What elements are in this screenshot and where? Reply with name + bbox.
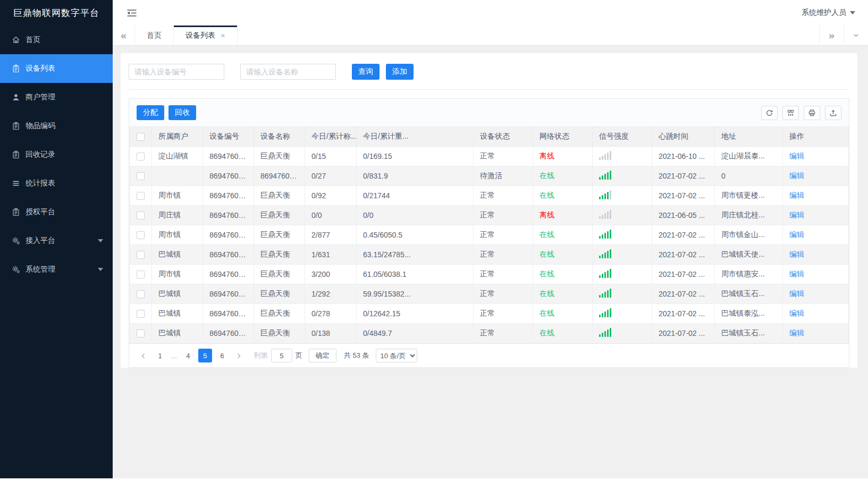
edit-link[interactable]: 编辑 [789, 250, 804, 258]
page-numbers: 1...456 [153, 349, 229, 362]
device-no-input[interactable] [129, 64, 224, 80]
cell-device-name: 巨鼎天衡 [254, 304, 305, 324]
row-checkbox[interactable] [137, 172, 145, 180]
page-number-6[interactable]: 6 [215, 349, 229, 362]
chevron-down-icon [850, 11, 855, 14]
row-checkbox[interactable] [137, 153, 145, 161]
add-button[interactable]: 添加 [386, 64, 414, 80]
page-number-5[interactable]: 5 [198, 349, 212, 362]
cell-heartbeat: 2021-07-02 ... [652, 304, 715, 324]
cell-merchant [152, 166, 203, 186]
cell-today-count: 0/27 [305, 166, 357, 186]
tab-options-chevron-icon[interactable] [844, 26, 868, 45]
assign-button[interactable]: 分配 [137, 105, 164, 120]
row-checkbox[interactable] [137, 192, 145, 200]
cell-merchant: 巴城镇 [152, 324, 203, 343]
cell-today-count: 2/877 [305, 225, 357, 245]
edit-link[interactable]: 编辑 [789, 328, 804, 337]
cell-merchant: 周庄镇 [152, 206, 203, 225]
select-all-checkbox[interactable] [137, 133, 145, 141]
sidebar-item-6[interactable]: 统计报表 [0, 169, 113, 198]
signal-bars-icon [599, 190, 611, 199]
page-unit-label: 页 [296, 351, 302, 360]
home-icon [12, 36, 20, 44]
column-header: 设备编号 [203, 127, 254, 147]
signal-bars-icon [599, 269, 611, 278]
prev-page-icon[interactable] [137, 352, 150, 359]
cell-device-no: 8694760552... [203, 225, 254, 245]
cell-heartbeat: 2021-07-02 ... [652, 225, 715, 245]
row-checkbox[interactable] [137, 212, 145, 220]
columns-button[interactable] [782, 106, 799, 120]
next-page-icon[interactable] [232, 352, 246, 359]
cell-heartbeat: 2021-06-10 ... [652, 147, 715, 166]
row-checkbox[interactable] [137, 290, 145, 298]
refresh-button[interactable] [761, 106, 778, 120]
edit-link[interactable]: 编辑 [789, 210, 804, 219]
close-icon[interactable]: × [221, 31, 225, 39]
cell-signal [593, 265, 652, 284]
recycle-button[interactable]: 回收 [168, 105, 196, 120]
cell-merchant: 周市镇 [152, 265, 203, 284]
cell-today-weight: 0/21744 [357, 186, 474, 206]
collapse-sidebar-icon[interactable] [127, 9, 137, 18]
page-number-1[interactable]: 1 [153, 349, 167, 362]
edit-link[interactable]: 编辑 [789, 151, 804, 160]
device-name-input[interactable] [240, 64, 336, 80]
row-checkbox[interactable] [137, 330, 145, 337]
tab-2[interactable]: 设备列表× [174, 26, 238, 45]
page-content: 查询 添加 分配 回收 [113, 46, 868, 478]
scroll-tabs-left-icon[interactable]: « [113, 26, 135, 45]
clipboard-icon [12, 150, 20, 159]
user-menu[interactable]: 系统维护人员 [802, 8, 855, 18]
app-logo-title: 巨鼎物联网数字平台 [0, 0, 113, 26]
edit-link[interactable]: 编辑 [789, 230, 804, 239]
confirm-page-button[interactable]: 确定 [309, 349, 336, 362]
row-checkbox[interactable] [137, 231, 145, 239]
edit-link[interactable]: 编辑 [789, 289, 804, 298]
edit-link[interactable]: 编辑 [789, 309, 804, 317]
cell-network-status: 离线 [533, 206, 593, 225]
query-button[interactable]: 查询 [352, 64, 380, 80]
sidebar-item-3[interactable]: 商户管理 [0, 83, 113, 112]
cell-heartbeat: 2021-07-02 ... [652, 186, 715, 206]
cell-heartbeat: 2021-07-02 ... [652, 166, 715, 186]
edit-link[interactable]: 编辑 [789, 171, 804, 180]
cell-signal [593, 225, 652, 245]
sidebar-item-4[interactable]: 物品编码 [0, 112, 113, 140]
signal-bars-icon [599, 210, 611, 219]
export-button[interactable] [825, 106, 841, 120]
edit-link[interactable]: 编辑 [789, 269, 804, 278]
row-checkbox-cell [130, 324, 152, 343]
column-header: 所属商户 [152, 127, 203, 147]
sidebar-item-label: 物品编码 [26, 121, 55, 131]
page-size-select[interactable]: 10 条/页 [376, 349, 417, 362]
cell-action: 编辑 [783, 166, 849, 186]
main-area: 系统维护人员 « 首页设备列表× » 查询 [113, 0, 868, 478]
tabbar-spacer [238, 26, 819, 45]
table-row: 巴城镇8694760552...巨鼎天衡0/2780/12642.15正常在线2… [130, 304, 849, 324]
sidebar-item-8[interactable]: 接入平台 [0, 226, 113, 255]
signal-bars-icon [599, 249, 611, 258]
tabs: 首页设备列表× [135, 26, 238, 45]
cell-today-weight: 0.45/6050.5 [357, 225, 474, 245]
sidebar-item-2[interactable]: 设备列表 [0, 54, 113, 83]
goto-page-input[interactable] [271, 349, 292, 362]
page-number-4[interactable]: 4 [181, 349, 195, 362]
row-checkbox[interactable] [137, 251, 145, 259]
sidebar-item-9[interactable]: 系统管理 [0, 255, 113, 284]
list-icon [12, 179, 20, 188]
sidebar-item-label: 统计报表 [26, 179, 55, 188]
row-checkbox[interactable] [137, 271, 145, 278]
top-header: 系统维护人员 [113, 0, 868, 26]
tab-1[interactable]: 首页 [135, 26, 174, 45]
sidebar-item-5[interactable]: 回收记录 [0, 140, 113, 169]
tab-label: 首页 [147, 31, 162, 40]
row-checkbox[interactable] [137, 310, 145, 318]
edit-link[interactable]: 编辑 [789, 191, 804, 199]
cell-device-status: 正常 [474, 186, 533, 206]
scroll-tabs-right-icon[interactable]: » [819, 26, 844, 45]
sidebar-item-1[interactable]: 首页 [0, 26, 113, 54]
print-button[interactable] [804, 106, 820, 120]
sidebar-item-7[interactable]: 授权平台 [0, 198, 113, 226]
